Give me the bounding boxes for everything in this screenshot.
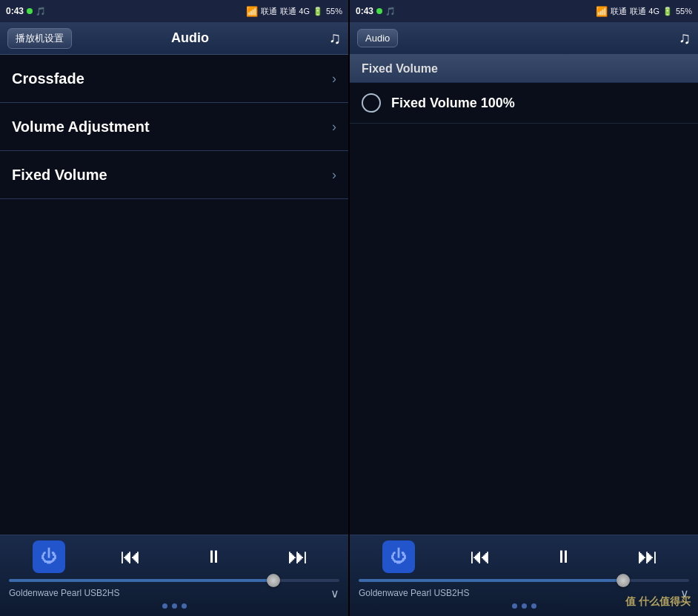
left-back-button[interactable]: 播放机设置 xyxy=(7,28,72,49)
left-status-icon2: 🎵 xyxy=(36,7,46,16)
left-progress-track xyxy=(9,579,339,582)
left-next-button[interactable]: ⏭ xyxy=(279,542,316,572)
right-radio-circle xyxy=(362,93,381,113)
left-status-dot xyxy=(27,8,33,14)
right-player-bar: ⏻ ⏮ ⏸ ⏭ Goldenwave Pearl USB2HS ∨ xyxy=(350,535,698,616)
left-dot-3 xyxy=(182,603,187,609)
left-power-button[interactable]: ⏻ xyxy=(33,540,65,573)
right-radio-item-fixed-volume-100[interactable]: Fixed Volume 100% xyxy=(350,83,698,124)
menu-item-fixed-volume[interactable]: Fixed Volume › xyxy=(0,151,348,199)
right-time: 0:43 xyxy=(356,6,373,16)
right-progress-thumb xyxy=(616,574,630,587)
left-player-bar: ⏻ ⏮ ⏸ ⏭ Goldenwave Pearl USB2HS ∨ xyxy=(0,535,348,616)
menu-item-crossfade[interactable]: Crossfade › xyxy=(0,55,348,103)
right-carrier2: 联通 4G xyxy=(630,6,659,17)
left-battery-pct: 55% xyxy=(326,7,342,16)
left-pause-icon: ⏸ xyxy=(205,546,223,567)
right-carrier1: 联通 xyxy=(611,6,627,17)
volume-adjustment-arrow: › xyxy=(332,119,336,135)
right-empty-space xyxy=(350,124,698,535)
fixed-volume-label: Fixed Volume xyxy=(12,167,107,184)
left-dot-2 xyxy=(172,603,177,609)
left-status-right: 📶 联通 联通 4G 🔋 55% xyxy=(246,6,342,17)
volume-adjustment-label: Volume Adjustment xyxy=(12,118,150,135)
right-next-icon: ⏭ xyxy=(637,544,658,569)
left-nav-title: Audio xyxy=(72,30,308,46)
right-nav-bar: Audio ♫ xyxy=(350,22,698,55)
right-back-button[interactable]: Audio xyxy=(357,29,398,47)
left-dot-1 xyxy=(162,603,167,609)
menu-item-volume-adjustment[interactable]: Volume Adjustment › xyxy=(0,103,348,151)
left-pause-button[interactable]: ⏸ xyxy=(196,542,233,572)
left-player-controls: ⏻ ⏮ ⏸ ⏭ xyxy=(9,540,339,573)
right-panel: 0:43 🎵 📶 联通 联通 4G 🔋 55% Audio ♫ Fixed Vo… xyxy=(350,0,698,616)
right-player-controls: ⏻ ⏮ ⏸ ⏭ xyxy=(359,540,689,573)
right-status-icon2: 🎵 xyxy=(385,7,396,16)
right-status-bar: 0:43 🎵 📶 联通 联通 4G 🔋 55% xyxy=(350,0,698,22)
right-player-device: Goldenwave Pearl USB2HS xyxy=(359,588,469,598)
left-dots-indicator xyxy=(9,600,339,612)
right-pause-icon: ⏸ xyxy=(555,546,573,567)
left-status-time: 0:43 🎵 xyxy=(6,6,46,16)
right-radio-label: Fixed Volume 100% xyxy=(391,96,515,111)
right-battery-icon: 🔋 xyxy=(662,7,673,16)
left-carrier2: 联通 4G xyxy=(280,6,310,17)
watermark: 值 什么值得买 xyxy=(625,595,691,609)
left-battery-icon: 🔋 xyxy=(313,7,323,16)
left-carrier1: 联通 xyxy=(261,6,277,17)
left-progress-thumb xyxy=(267,574,280,587)
right-section-header-text: Fixed Volume xyxy=(362,62,438,76)
right-status-dot xyxy=(376,8,382,14)
right-section-header: Fixed Volume xyxy=(350,55,698,83)
right-prev-icon: ⏮ xyxy=(470,544,491,569)
left-music-icon: ♫ xyxy=(308,29,341,48)
right-dot-2 xyxy=(522,603,527,609)
left-player-info: Goldenwave Pearl USB2HS ∨ xyxy=(9,586,339,600)
left-time: 0:43 xyxy=(6,6,24,16)
crossfade-label: Crossfade xyxy=(12,70,84,87)
left-prev-icon: ⏮ xyxy=(120,544,141,569)
crossfade-arrow: › xyxy=(332,71,336,87)
right-power-icon: ⏻ xyxy=(390,547,407,566)
right-power-button[interactable]: ⏻ xyxy=(382,540,415,573)
right-dot-1 xyxy=(512,603,517,609)
right-music-icon: ♫ xyxy=(658,29,691,48)
right-progress-bar[interactable] xyxy=(359,579,689,582)
left-wifi-icon: 📶 xyxy=(246,6,258,17)
left-progress-bar[interactable] xyxy=(9,579,339,582)
left-player-device: Goldenwave Pearl USB2HS xyxy=(9,588,119,598)
left-nav-bar: 播放机设置 Audio ♫ xyxy=(0,22,348,55)
left-panel: 0:43 🎵 📶 联通 联通 4G 🔋 55% 播放机设置 Audio ♫ Cr… xyxy=(0,0,348,616)
left-power-icon: ⏻ xyxy=(41,547,57,566)
right-status-time: 0:43 🎵 xyxy=(356,6,396,16)
right-wifi-icon: 📶 xyxy=(596,6,608,17)
right-progress-track xyxy=(359,579,689,582)
right-pause-button[interactable]: ⏸ xyxy=(545,542,582,572)
right-dot-3 xyxy=(531,603,536,609)
left-menu-list: Crossfade › Volume Adjustment › Fixed Vo… xyxy=(0,55,348,535)
right-battery-pct: 55% xyxy=(676,7,692,16)
left-player-chevron: ∨ xyxy=(330,586,339,600)
right-next-button[interactable]: ⏭ xyxy=(629,542,666,572)
fixed-volume-arrow: › xyxy=(332,167,336,183)
right-prev-button[interactable]: ⏮ xyxy=(462,542,499,572)
left-status-bar: 0:43 🎵 📶 联通 联通 4G 🔋 55% xyxy=(0,0,348,22)
left-prev-button[interactable]: ⏮ xyxy=(112,542,149,572)
right-status-right: 📶 联通 联通 4G 🔋 55% xyxy=(596,6,692,17)
left-next-icon: ⏭ xyxy=(287,544,308,569)
